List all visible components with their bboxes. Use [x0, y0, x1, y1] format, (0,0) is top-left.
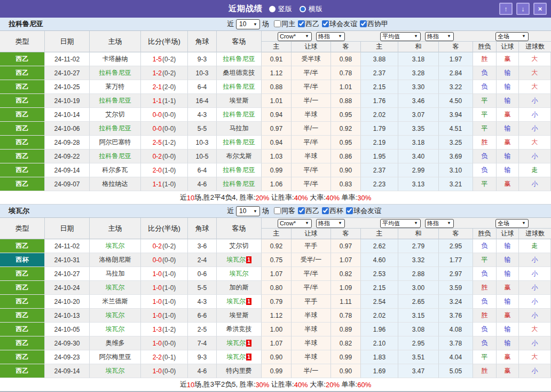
halftime-score: (0-0) — [162, 256, 176, 264]
cell-avg-home: 2.37 — [361, 66, 398, 80]
cell-avg-draw: 3.18 — [398, 52, 439, 66]
team-name-text: 拉科鲁尼亚 — [223, 110, 255, 119]
cell-date: 24-10-27 — [45, 267, 90, 281]
cell-result-handicap: 输 — [497, 80, 519, 94]
cell-result-handicap: 赢 — [497, 177, 519, 191]
cell-avg-home: 2.62 — [361, 239, 398, 253]
cell-away-team: 马拉加 — [217, 122, 262, 136]
checkbox-input[interactable] — [298, 207, 305, 214]
move-down-button[interactable]: ↓ — [516, 3, 530, 15]
average-select[interactable]: 平均值 — [380, 32, 421, 41]
league-filter-checkbox[interactable]: 球会友谊 — [346, 206, 381, 216]
close-button[interactable]: × — [533, 3, 547, 15]
cell-home-team: 埃瓦尔 — [90, 309, 141, 323]
cell-result-goals: 走 — [519, 163, 551, 177]
bookmaker-select[interactable]: Crow* — [278, 32, 312, 41]
fulltime-score: 0-0 — [153, 125, 162, 132]
cell-handicap: 平手 — [292, 295, 331, 309]
cell-result-handicap: 输 — [497, 267, 519, 281]
halftime-score: (2-0) — [162, 83, 176, 91]
summary-segment: 近 — [180, 193, 187, 202]
cell-result-handicap: 赢 — [497, 309, 519, 323]
cell-result-handicap: 输 — [497, 323, 519, 336]
cell-date: 24-09-14 — [45, 163, 90, 177]
cell-date: 24-10-14 — [45, 108, 90, 122]
recent-count-select[interactable]: 10 — [236, 19, 260, 29]
league-filter-checkbox[interactable]: 西杯 — [322, 206, 343, 216]
cell-handicap: 平/半 — [292, 66, 331, 80]
cell-result-handicap: 赢 — [497, 108, 519, 122]
halftime-score: (1-0) — [162, 167, 176, 174]
checkbox-input[interactable] — [274, 207, 281, 214]
cell-away-team: 拉科鲁尼亚 — [217, 177, 262, 191]
cell-away-odds: 0.89 — [331, 323, 361, 336]
table-row: 西乙24-09-07格拉纳达1-1(1-0)4-6拉科鲁尼亚1.06平/半0.8… — [0, 177, 551, 191]
checkbox-label: 西乙 — [305, 19, 319, 29]
cell-score: 1-0(0-0) — [141, 364, 188, 378]
average-select[interactable]: 平均值 — [380, 219, 421, 228]
cell-avg-away: 5.05 — [439, 364, 473, 378]
cell-score: 1-0(1-0) — [141, 309, 188, 323]
team-name-text: 埃瓦尔 — [226, 352, 246, 362]
team-name-text: 加的斯 — [230, 283, 249, 292]
cell-away-team: 拉科鲁尼亚 — [217, 80, 262, 94]
final-odds-select[interactable]: 终指 — [316, 219, 345, 228]
league-filter-checkbox[interactable]: 西乙 — [298, 206, 319, 216]
bookmaker-select[interactable]: Crow* — [278, 219, 312, 228]
league-filter-checkbox[interactable]: 同主 — [274, 19, 295, 29]
checkbox-label: 同主 — [281, 19, 295, 29]
league-filter-checkbox[interactable]: 西乙 — [298, 19, 319, 29]
checkbox-input[interactable] — [322, 207, 329, 214]
odds-header-group: Crow*▼ 终指▼ 主 让球 客 — [262, 31, 361, 52]
team-section-away: 埃瓦尔 近 10 ▼ 场 同客西乙西杯球会友谊 类型 日期 主场 比分(半场) … — [0, 205, 551, 391]
cell-result-handicap: 赢 — [497, 281, 519, 295]
cell-away-team: 埃登斯 — [217, 309, 262, 323]
cell-league: 西乙 — [0, 295, 45, 309]
final-odds-select-2[interactable]: 终指 — [425, 32, 454, 41]
halftime-score: (0-0) — [162, 153, 176, 160]
cell-corners: 10-3 — [188, 136, 217, 150]
cell-avg-away: 3.22 — [439, 80, 473, 94]
cell-score: 1-0(0-0) — [141, 336, 188, 350]
checkbox-input[interactable] — [346, 207, 353, 214]
recent-count-select[interactable]: 10 — [236, 206, 260, 216]
cell-result-handicap: 输 — [497, 336, 519, 350]
col-header-score: 比分(半场) — [141, 218, 188, 239]
team-name-text: 莱万特 — [106, 82, 125, 91]
cell-home-team: 拉科鲁尼亚 — [90, 122, 141, 136]
panel-title: 近期战绩 — [229, 4, 263, 14]
cell-score: 0-2(0-2) — [141, 239, 188, 253]
checkbox-input[interactable] — [298, 20, 305, 27]
cell-away-odds: 0.82 — [331, 336, 361, 350]
cell-home-team: 莱万特 — [90, 80, 141, 94]
cell-corners: 5-5 — [188, 281, 217, 295]
league-filter-checkbox[interactable]: 西协甲 — [360, 19, 388, 29]
cell-home-odds: 1.03 — [262, 150, 292, 163]
checkbox-input[interactable] — [274, 20, 281, 27]
cell-score: 0-0(0-0) — [141, 122, 188, 136]
checkbox-input[interactable] — [360, 20, 367, 27]
result-header-group: 全场▼ 胜负 让球 进球数 — [473, 31, 551, 52]
cell-avg-draw: 2.65 — [398, 295, 439, 309]
full-match-select[interactable]: 全场 — [495, 32, 529, 41]
final-odds-select[interactable]: 终指 — [316, 32, 345, 41]
league-filter-checkbox[interactable]: 同客 — [274, 206, 295, 216]
full-match-select[interactable]: 全场 — [495, 219, 529, 228]
checkbox-input[interactable] — [322, 20, 329, 27]
table-row: 西乙24-09-23阿尔梅里亚2-2(0-1)9-3埃瓦尔10.90半球0.99… — [0, 350, 551, 364]
final-odds-select-2[interactable]: 终指 — [425, 219, 454, 228]
cell-result-handicap: 输 — [497, 253, 519, 267]
team-name-text: 埃瓦尔 — [230, 269, 249, 278]
fulltime-score: 0-0 — [153, 256, 162, 264]
team-name-text: 埃瓦尔 — [106, 241, 125, 250]
league-filter-checkbox[interactable]: 球会友谊 — [322, 19, 357, 29]
team-name-text: 埃瓦尔 — [106, 283, 125, 292]
move-up-button[interactable]: ↑ — [499, 3, 513, 15]
radio-horizontal-layout[interactable]: 横版 — [300, 4, 322, 14]
cell-home-team: 拉科鲁尼亚 — [90, 66, 141, 80]
radio-vertical-layout[interactable]: 竖版 — [269, 4, 292, 14]
summary-segment: 单率: — [340, 193, 357, 202]
subcol-result-goals: 进球数 — [519, 42, 551, 52]
summary-segment: 20% — [326, 381, 340, 389]
cell-date: 24-09-07 — [45, 177, 90, 191]
